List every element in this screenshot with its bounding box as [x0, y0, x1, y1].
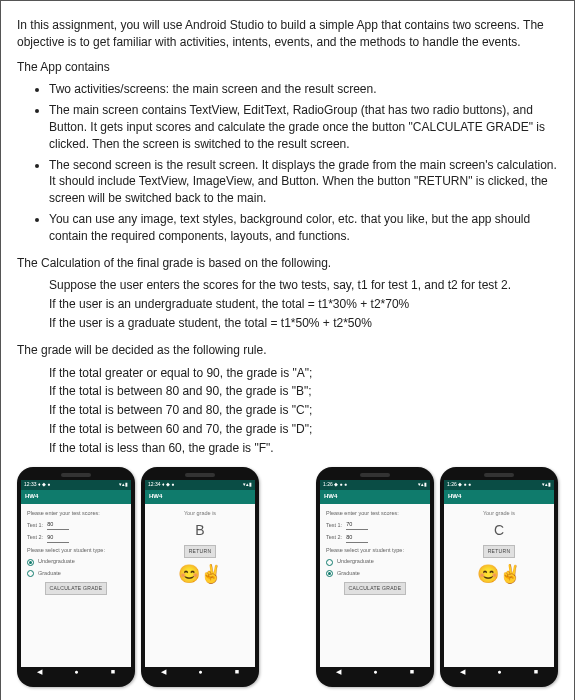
app-bar: HW4 [21, 490, 131, 504]
list-item: The second screen is the result screen. … [49, 157, 558, 207]
test1-input[interactable]: 70 [346, 521, 368, 530]
list-item: Two activities/screens: the main screen … [49, 81, 558, 98]
radio-grad[interactable] [27, 570, 34, 577]
recent-icon[interactable]: ■ [235, 667, 239, 677]
back-icon[interactable]: ◀ [161, 667, 166, 677]
calc-line: Suppose the user enters the scores for t… [49, 277, 558, 294]
grad-label: Graduate [38, 570, 61, 578]
enter-scores-label: Please enter your test scores: [27, 510, 125, 518]
test1-input[interactable]: 80 [47, 521, 69, 530]
calc-line: If the user is an undergraduate student,… [49, 296, 558, 313]
screenshot-pair: 1:26 ◆ ● ●▾▴▮ HW4 Please enter your test… [316, 467, 558, 687]
screenshot-pair: 12:33 ♦ ◆ ●▾▴▮ HW4 Please enter your tes… [17, 467, 259, 687]
phone-mock: 1:26 ◆ ● ●▾▴▮ HW4 Please enter your test… [316, 467, 434, 687]
grade-rule-heading: The grade will be decided as the followi… [17, 342, 558, 359]
calc-line: If the user is a graduate student, the t… [49, 315, 558, 332]
screenshot-row: 12:33 ♦ ◆ ●▾▴▮ HW4 Please enter your tes… [17, 467, 558, 687]
test2-label: Test 2: [326, 534, 342, 542]
list-item: You can use any image, text styles, back… [49, 211, 558, 245]
phone-mock: 12:34 ♦ ◆ ●▾▴▮ HW4 Your grade is B RETUR… [141, 467, 259, 687]
home-icon[interactable]: ● [74, 667, 78, 677]
grade-label: Your grade is [151, 510, 249, 518]
enter-scores-label: Please enter your test scores: [326, 510, 424, 518]
back-icon[interactable]: ◀ [37, 667, 42, 677]
nav-bar: ◀●■ [145, 667, 255, 677]
home-icon[interactable]: ● [497, 667, 501, 677]
result-image: 😊✌️ [178, 562, 222, 587]
nav-bar: ◀●■ [320, 667, 430, 677]
list-item: The main screen contains TextView, EditT… [49, 102, 558, 152]
test2-input[interactable]: 90 [47, 534, 69, 543]
return-button[interactable]: RETURN [483, 545, 516, 558]
nav-bar: ◀●■ [444, 667, 554, 677]
rule-line: If the total is between 60 and 70, the g… [49, 421, 558, 438]
home-icon[interactable]: ● [198, 667, 202, 677]
calculation-heading: The Calculation of the final grade is ba… [17, 255, 558, 272]
rule-line: If the total is between 80 and 90, the g… [49, 383, 558, 400]
requirements-list: Two activities/screens: the main screen … [17, 81, 558, 244]
app-bar: HW4 [320, 490, 430, 504]
grade-rule-block: If the total greater or equal to 90, the… [17, 365, 558, 457]
phone-mock: 12:33 ♦ ◆ ●▾▴▮ HW4 Please enter your tes… [17, 467, 135, 687]
calculate-button[interactable]: CALCULATE GRADE [344, 582, 407, 595]
app-bar: HW4 [444, 490, 554, 504]
home-icon[interactable]: ● [373, 667, 377, 677]
nav-bar: ◀●■ [21, 667, 131, 677]
assignment-intro: In this assignment, you will use Android… [17, 17, 558, 51]
rule-line: If the total is between 70 and 80, the g… [49, 402, 558, 419]
test1-label: Test 1: [27, 522, 43, 530]
recent-icon[interactable]: ■ [534, 667, 538, 677]
test2-input[interactable]: 80 [346, 534, 368, 543]
recent-icon[interactable]: ■ [410, 667, 414, 677]
undergrad-label: Undergraduate [337, 558, 374, 566]
app-bar: HW4 [145, 490, 255, 504]
calculation-block: Suppose the user enters the scores for t… [17, 277, 558, 331]
status-bar: 12:33 ♦ ◆ ●▾▴▮ [21, 480, 131, 490]
app-contains-heading: The App contains [17, 59, 558, 76]
return-button[interactable]: RETURN [184, 545, 217, 558]
recent-icon[interactable]: ■ [111, 667, 115, 677]
undergrad-label: Undergraduate [38, 558, 75, 566]
back-icon[interactable]: ◀ [336, 667, 341, 677]
select-type-label: Please select your student type: [326, 547, 424, 555]
grade-label: Your grade is [450, 510, 548, 518]
status-bar: 1:26 ◆ ● ●▾▴▮ [320, 480, 430, 490]
status-bar: 1:26 ◆ ● ●▾▴▮ [444, 480, 554, 490]
grade-letter: C [450, 521, 548, 541]
rule-line: If the total greater or equal to 90, the… [49, 365, 558, 382]
status-bar: 12:34 ♦ ◆ ●▾▴▮ [145, 480, 255, 490]
grade-letter: B [151, 521, 249, 541]
radio-undergrad[interactable] [326, 559, 333, 566]
test1-label: Test 1: [326, 522, 342, 530]
calculate-button[interactable]: CALCULATE GRADE [45, 582, 108, 595]
radio-grad[interactable] [326, 570, 333, 577]
radio-undergrad[interactable] [27, 559, 34, 566]
select-type-label: Please select your student type: [27, 547, 125, 555]
phone-mock: 1:26 ◆ ● ●▾▴▮ HW4 Your grade is C RETURN… [440, 467, 558, 687]
rule-line: If the total is less than 60, the grade … [49, 440, 558, 457]
back-icon[interactable]: ◀ [460, 667, 465, 677]
result-image: 😊✌️ [477, 562, 521, 587]
grad-label: Graduate [337, 570, 360, 578]
test2-label: Test 2: [27, 534, 43, 542]
